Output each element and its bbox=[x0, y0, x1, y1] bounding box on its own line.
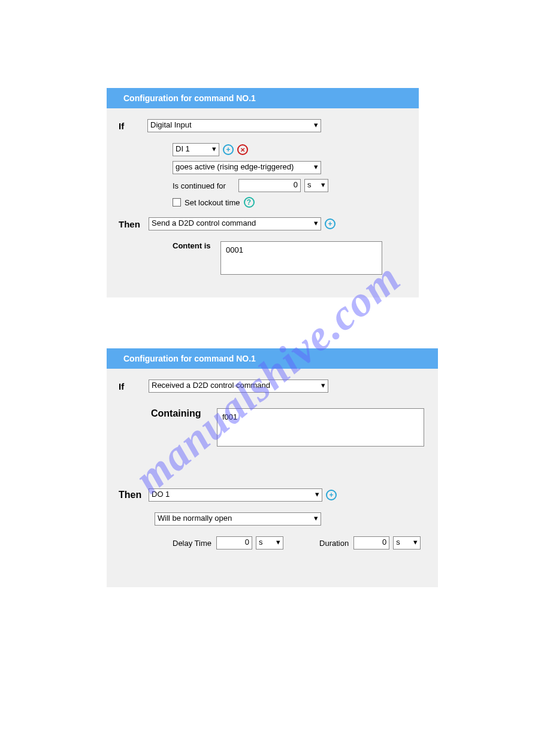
containing-textarea[interactable]: f001 bbox=[217, 408, 424, 447]
continued-value-input[interactable]: 0 bbox=[238, 179, 301, 192]
add-action-icon[interactable]: + bbox=[325, 218, 335, 229]
duration-label: Duration bbox=[319, 539, 349, 548]
help-icon[interactable]: ? bbox=[244, 197, 255, 208]
if-condition-select[interactable]: Received a D2D control command▾ bbox=[149, 379, 328, 393]
config-panel-2: Configuration for command NO.1 If Receiv… bbox=[107, 348, 438, 587]
add-output-icon[interactable]: + bbox=[326, 490, 337, 500]
panel-header: Configuration for command NO.1 bbox=[107, 348, 438, 369]
duration-unit-select[interactable]: s▾ bbox=[393, 536, 421, 549]
duration-value-input[interactable]: 0 bbox=[353, 536, 389, 549]
config-panel-1: Configuration for command NO.1 If Digita… bbox=[107, 88, 419, 297]
if-condition-select[interactable]: Digital Input ▾ bbox=[147, 119, 321, 132]
remove-icon[interactable]: ✕ bbox=[237, 144, 248, 155]
then-action-select[interactable]: Send a D2D control command▾ bbox=[149, 217, 321, 230]
lockout-label: Set lockout time bbox=[185, 198, 240, 207]
then-label: Then bbox=[119, 490, 149, 500]
content-textarea[interactable]: 0001 bbox=[220, 241, 382, 275]
continued-unit-select[interactable]: s▾ bbox=[304, 179, 328, 192]
di-channel-select[interactable]: DI 1▾ bbox=[173, 143, 219, 156]
continued-label: Is continued for bbox=[173, 181, 238, 190]
delay-label: Delay Time bbox=[173, 539, 211, 548]
content-label: Content is bbox=[173, 241, 220, 250]
lockout-checkbox[interactable] bbox=[173, 198, 181, 207]
delay-unit-select[interactable]: s▾ bbox=[256, 536, 283, 549]
then-label: Then bbox=[119, 219, 149, 229]
add-icon[interactable]: + bbox=[223, 144, 234, 155]
if-label: If bbox=[119, 121, 139, 131]
then-output-select[interactable]: DO 1▾ bbox=[149, 488, 322, 502]
panel-header: Configuration for command NO.1 bbox=[107, 88, 419, 108]
delay-value-input[interactable]: 0 bbox=[216, 536, 252, 549]
containing-label: Containing bbox=[151, 408, 217, 419]
state-select[interactable]: Will be normally open▾ bbox=[155, 512, 321, 526]
trigger-mode-select[interactable]: goes active (rising edge-triggered)▾ bbox=[173, 161, 321, 174]
if-label: If bbox=[119, 381, 139, 391]
